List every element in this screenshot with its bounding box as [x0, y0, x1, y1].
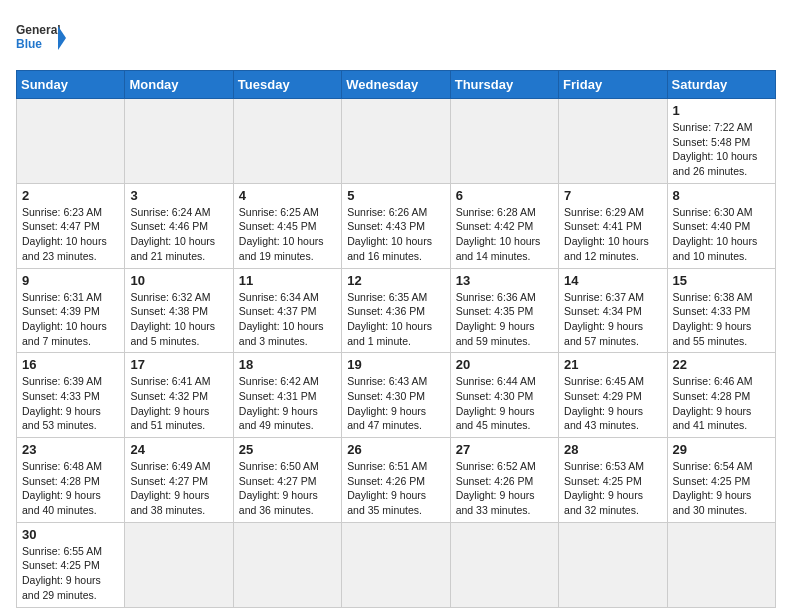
- day-number: 11: [239, 273, 336, 288]
- day-cell: [667, 522, 775, 607]
- day-info: Sunrise: 6:39 AM Sunset: 4:33 PM Dayligh…: [22, 374, 119, 433]
- calendar: SundayMondayTuesdayWednesdayThursdayFrid…: [16, 70, 776, 608]
- day-cell: [125, 522, 233, 607]
- day-info: Sunrise: 6:30 AM Sunset: 4:40 PM Dayligh…: [673, 205, 770, 264]
- day-info: Sunrise: 6:46 AM Sunset: 4:28 PM Dayligh…: [673, 374, 770, 433]
- weekday-header-row: SundayMondayTuesdayWednesdayThursdayFrid…: [17, 71, 776, 99]
- day-number: 13: [456, 273, 553, 288]
- day-cell: 7Sunrise: 6:29 AM Sunset: 4:41 PM Daylig…: [559, 183, 667, 268]
- day-number: 22: [673, 357, 770, 372]
- day-cell: [342, 522, 450, 607]
- day-info: Sunrise: 6:32 AM Sunset: 4:38 PM Dayligh…: [130, 290, 227, 349]
- day-cell: 16Sunrise: 6:39 AM Sunset: 4:33 PM Dayli…: [17, 353, 125, 438]
- day-info: Sunrise: 6:28 AM Sunset: 4:42 PM Dayligh…: [456, 205, 553, 264]
- day-number: 26: [347, 442, 444, 457]
- day-number: 4: [239, 188, 336, 203]
- svg-text:General: General: [16, 23, 61, 37]
- day-info: Sunrise: 6:53 AM Sunset: 4:25 PM Dayligh…: [564, 459, 661, 518]
- day-number: 27: [456, 442, 553, 457]
- day-number: 28: [564, 442, 661, 457]
- day-cell: 24Sunrise: 6:49 AM Sunset: 4:27 PM Dayli…: [125, 438, 233, 523]
- weekday-header-saturday: Saturday: [667, 71, 775, 99]
- day-number: 15: [673, 273, 770, 288]
- day-number: 24: [130, 442, 227, 457]
- day-cell: 2Sunrise: 6:23 AM Sunset: 4:47 PM Daylig…: [17, 183, 125, 268]
- day-info: Sunrise: 6:42 AM Sunset: 4:31 PM Dayligh…: [239, 374, 336, 433]
- day-number: 1: [673, 103, 770, 118]
- day-cell: 25Sunrise: 6:50 AM Sunset: 4:27 PM Dayli…: [233, 438, 341, 523]
- svg-marker-2: [58, 26, 66, 50]
- day-number: 10: [130, 273, 227, 288]
- day-number: 16: [22, 357, 119, 372]
- svg-text:Blue: Blue: [16, 37, 42, 51]
- day-number: 21: [564, 357, 661, 372]
- weekday-header-tuesday: Tuesday: [233, 71, 341, 99]
- logo-svg: General Blue: [16, 16, 66, 60]
- day-info: Sunrise: 6:54 AM Sunset: 4:25 PM Dayligh…: [673, 459, 770, 518]
- day-cell: 19Sunrise: 6:43 AM Sunset: 4:30 PM Dayli…: [342, 353, 450, 438]
- day-cell: 11Sunrise: 6:34 AM Sunset: 4:37 PM Dayli…: [233, 268, 341, 353]
- day-cell: 3Sunrise: 6:24 AM Sunset: 4:46 PM Daylig…: [125, 183, 233, 268]
- weekday-header-wednesday: Wednesday: [342, 71, 450, 99]
- day-cell: 10Sunrise: 6:32 AM Sunset: 4:38 PM Dayli…: [125, 268, 233, 353]
- day-number: 7: [564, 188, 661, 203]
- day-number: 25: [239, 442, 336, 457]
- header: General Blue: [16, 16, 776, 60]
- day-number: 23: [22, 442, 119, 457]
- day-cell: [559, 522, 667, 607]
- weekday-header-thursday: Thursday: [450, 71, 558, 99]
- day-info: Sunrise: 6:51 AM Sunset: 4:26 PM Dayligh…: [347, 459, 444, 518]
- day-number: 12: [347, 273, 444, 288]
- day-info: Sunrise: 6:38 AM Sunset: 4:33 PM Dayligh…: [673, 290, 770, 349]
- day-info: Sunrise: 6:26 AM Sunset: 4:43 PM Dayligh…: [347, 205, 444, 264]
- day-cell: [233, 522, 341, 607]
- day-info: Sunrise: 6:41 AM Sunset: 4:32 PM Dayligh…: [130, 374, 227, 433]
- day-info: Sunrise: 6:43 AM Sunset: 4:30 PM Dayligh…: [347, 374, 444, 433]
- day-cell: 20Sunrise: 6:44 AM Sunset: 4:30 PM Dayli…: [450, 353, 558, 438]
- day-cell: [559, 99, 667, 184]
- day-number: 9: [22, 273, 119, 288]
- day-info: Sunrise: 6:31 AM Sunset: 4:39 PM Dayligh…: [22, 290, 119, 349]
- day-cell: 4Sunrise: 6:25 AM Sunset: 4:45 PM Daylig…: [233, 183, 341, 268]
- day-info: Sunrise: 6:55 AM Sunset: 4:25 PM Dayligh…: [22, 544, 119, 603]
- day-cell: 29Sunrise: 6:54 AM Sunset: 4:25 PM Dayli…: [667, 438, 775, 523]
- day-cell: 21Sunrise: 6:45 AM Sunset: 4:29 PM Dayli…: [559, 353, 667, 438]
- weekday-header-sunday: Sunday: [17, 71, 125, 99]
- day-info: Sunrise: 6:24 AM Sunset: 4:46 PM Dayligh…: [130, 205, 227, 264]
- day-cell: 1Sunrise: 7:22 AM Sunset: 5:48 PM Daylig…: [667, 99, 775, 184]
- day-number: 18: [239, 357, 336, 372]
- week-row-1: 2Sunrise: 6:23 AM Sunset: 4:47 PM Daylig…: [17, 183, 776, 268]
- week-row-5: 30Sunrise: 6:55 AM Sunset: 4:25 PM Dayli…: [17, 522, 776, 607]
- day-number: 5: [347, 188, 444, 203]
- week-row-0: 1Sunrise: 7:22 AM Sunset: 5:48 PM Daylig…: [17, 99, 776, 184]
- day-info: Sunrise: 6:49 AM Sunset: 4:27 PM Dayligh…: [130, 459, 227, 518]
- day-info: Sunrise: 6:44 AM Sunset: 4:30 PM Dayligh…: [456, 374, 553, 433]
- day-cell: 27Sunrise: 6:52 AM Sunset: 4:26 PM Dayli…: [450, 438, 558, 523]
- day-cell: 6Sunrise: 6:28 AM Sunset: 4:42 PM Daylig…: [450, 183, 558, 268]
- day-info: Sunrise: 6:35 AM Sunset: 4:36 PM Dayligh…: [347, 290, 444, 349]
- day-cell: 17Sunrise: 6:41 AM Sunset: 4:32 PM Dayli…: [125, 353, 233, 438]
- week-row-4: 23Sunrise: 6:48 AM Sunset: 4:28 PM Dayli…: [17, 438, 776, 523]
- weekday-header-monday: Monday: [125, 71, 233, 99]
- day-info: Sunrise: 6:48 AM Sunset: 4:28 PM Dayligh…: [22, 459, 119, 518]
- day-number: 2: [22, 188, 119, 203]
- day-number: 6: [456, 188, 553, 203]
- day-cell: 23Sunrise: 6:48 AM Sunset: 4:28 PM Dayli…: [17, 438, 125, 523]
- day-number: 8: [673, 188, 770, 203]
- day-info: Sunrise: 6:37 AM Sunset: 4:34 PM Dayligh…: [564, 290, 661, 349]
- day-number: 17: [130, 357, 227, 372]
- day-cell: 28Sunrise: 6:53 AM Sunset: 4:25 PM Dayli…: [559, 438, 667, 523]
- day-info: Sunrise: 7:22 AM Sunset: 5:48 PM Dayligh…: [673, 120, 770, 179]
- day-cell: [450, 99, 558, 184]
- weekday-header-friday: Friday: [559, 71, 667, 99]
- day-info: Sunrise: 6:34 AM Sunset: 4:37 PM Dayligh…: [239, 290, 336, 349]
- week-row-2: 9Sunrise: 6:31 AM Sunset: 4:39 PM Daylig…: [17, 268, 776, 353]
- day-cell: 30Sunrise: 6:55 AM Sunset: 4:25 PM Dayli…: [17, 522, 125, 607]
- day-info: Sunrise: 6:50 AM Sunset: 4:27 PM Dayligh…: [239, 459, 336, 518]
- day-cell: 15Sunrise: 6:38 AM Sunset: 4:33 PM Dayli…: [667, 268, 775, 353]
- day-info: Sunrise: 6:29 AM Sunset: 4:41 PM Dayligh…: [564, 205, 661, 264]
- day-number: 3: [130, 188, 227, 203]
- day-info: Sunrise: 6:25 AM Sunset: 4:45 PM Dayligh…: [239, 205, 336, 264]
- day-info: Sunrise: 6:45 AM Sunset: 4:29 PM Dayligh…: [564, 374, 661, 433]
- day-info: Sunrise: 6:52 AM Sunset: 4:26 PM Dayligh…: [456, 459, 553, 518]
